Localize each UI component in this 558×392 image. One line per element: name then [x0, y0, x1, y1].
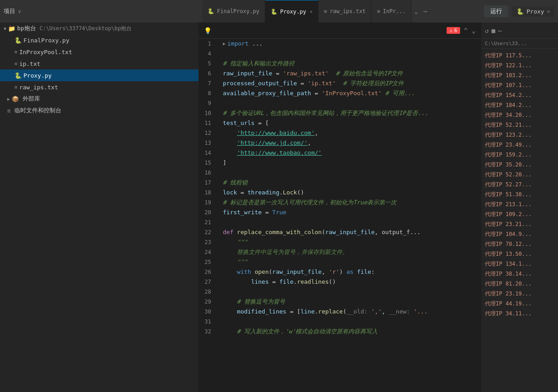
line-num: 29	[198, 297, 216, 307]
proxy-item: 代理IP 23.49...	[481, 140, 558, 150]
proxy-item: 代理IP 34.11...	[481, 309, 558, 318]
line-num: 10	[198, 108, 216, 118]
title-bar-right: 运行 🐍 Proxy ✕	[484, 5, 554, 17]
expand-down-icon[interactable]: ⌄	[471, 26, 476, 35]
code-line-29: # 替换逗号为冒号	[223, 297, 481, 307]
proxy-item: 代理IP 154.2...	[481, 90, 558, 100]
sidebar-item-ip[interactable]: ≡ ip.txt	[0, 58, 198, 69]
sidebar-external-libs[interactable]: ▶ 📦 外部库	[0, 93, 198, 105]
chevron-down-icon: ▼	[4, 26, 6, 31]
code-line-4	[223, 49, 481, 59]
line-num: 1	[198, 39, 216, 49]
code-line-27: lines = file . readlines ()	[223, 277, 481, 287]
code-line-30: modified_lines = [ line . replace ( __ol…	[223, 307, 481, 317]
file-label: ip.txt	[19, 60, 41, 67]
proxy-item: 代理IP 104.9...	[481, 229, 558, 239]
warning-icon: ⚠	[449, 28, 452, 33]
editor-toolbar: 💡 ⚠ 6 ⌃ ⌄	[198, 23, 481, 39]
temp-icon: ≡	[7, 107, 11, 114]
project-chevron[interactable]: ∨	[18, 9, 21, 14]
file-label: raw_ips.txt	[19, 84, 58, 91]
tab-label: raw_ips.txt	[330, 8, 365, 14]
proxy-icon: 🐍	[516, 8, 524, 15]
title-bar-left: 项目 ∨	[4, 7, 202, 15]
code-line-7: processed_output_file = 'ip.txt' # 字符处理后…	[223, 78, 481, 88]
line-num: 12	[198, 128, 216, 138]
line-num: 6	[198, 69, 216, 78]
project-path: C:\Users\33774\Desktop\bp炮台	[40, 25, 132, 32]
line-num: 17	[198, 178, 216, 188]
code-line-32: # 写入新的文件，'w'模式会自动清空原有内容再写入	[223, 327, 481, 337]
proxy-item: 代理IP 23.19...	[481, 289, 558, 299]
refresh-icon[interactable]: ↺	[485, 27, 489, 34]
line-num: 11	[198, 118, 216, 128]
temp-label: 临时文件和控制台	[14, 106, 61, 115]
file-label: Proxy.py	[23, 72, 52, 79]
code-line-17: # 线程锁	[223, 178, 481, 188]
py-file-icon: 🐍	[14, 72, 22, 79]
code-lines[interactable]: ▶ import ... # 指定输入和输出文件路径 raw_input_fil…	[221, 39, 481, 392]
tab-inproxy[interactable]: ≡ InPr...	[371, 0, 411, 23]
line-num: 30	[198, 307, 216, 317]
proxy-item: 代理IP 117.5...	[481, 51, 558, 60]
line-num: 28	[198, 287, 216, 297]
proxy-item: 代理IP 184.2...	[481, 100, 558, 110]
sidebar-item-finalproxy[interactable]: 🐍 FinalProxy.py	[0, 34, 198, 46]
code-line-12: 'http://www.baidu.com' ,	[223, 128, 481, 138]
expand-up-icon[interactable]: ⌃	[464, 26, 468, 35]
error-count: 6	[454, 28, 457, 33]
code-container[interactable]: 1 4 5 6 7 8 9 10 11 12 13 14 15 16 17 18…	[198, 39, 481, 392]
tab-options-button[interactable]: ⋯	[421, 0, 430, 23]
tab-py-icon: 🐍	[208, 8, 214, 14]
sidebar: ▼ 📁 bp炮台 C:\Users\33774\Desktop\bp炮台 🐍 F…	[0, 23, 198, 392]
proxy-item: 代理IP 34.20...	[481, 110, 558, 120]
proxy-item: 代理IP 109.2...	[481, 209, 558, 219]
code-line-20: first_write = True	[223, 208, 481, 217]
tab-proxy[interactable]: 🐍 Proxy.py ✕	[265, 0, 318, 23]
error-badge: ⚠ 6	[447, 27, 460, 34]
line-num: 15	[198, 158, 216, 168]
line-num: 32	[198, 327, 216, 337]
folder-icon: 📁	[8, 25, 15, 32]
code-line-18: lock = threading . Lock ()	[223, 188, 481, 198]
code-line-16	[223, 168, 481, 178]
sidebar-project-root[interactable]: ▼ 📁 bp炮台 C:\Users\33774\Desktop\bp炮台	[0, 23, 198, 34]
proxy-item: 代理IP 35.20...	[481, 160, 558, 170]
proxy-close-button[interactable]: ✕	[547, 9, 550, 14]
code-line-8: available_proxy_file_path = 'InProxyPool…	[223, 88, 481, 98]
tab-txt-icon: ≡	[324, 8, 327, 14]
sidebar-item-inproxypool[interactable]: ≡ InProxyPool.txt	[0, 46, 198, 58]
external-lib-label: 外部库	[23, 95, 40, 103]
code-line-1: ▶ import ...	[223, 39, 481, 49]
tab-label: InPr...	[383, 8, 406, 14]
proxy-item: 代理IP 213.1...	[481, 199, 558, 209]
tab-py-icon: 🐍	[271, 9, 277, 15]
line-numbers: 1 4 5 6 7 8 9 10 11 12 13 14 15 16 17 18…	[198, 39, 221, 392]
line-num: 8	[198, 88, 216, 98]
tab-finalproxy[interactable]: 🐍 FinalProxy.py	[202, 0, 265, 23]
proxy-item: 代理IP 38.14...	[481, 269, 558, 279]
tab-close-button[interactable]: ✕	[310, 9, 313, 14]
main-content: ▼ 📁 bp炮台 C:\Users\33774\Desktop\bp炮台 🐍 F…	[0, 23, 558, 392]
run-button[interactable]: 运行	[484, 5, 508, 17]
code-line-6: raw_input_file = 'raw_ips.txt' # 原始包含逗号的…	[223, 69, 481, 78]
code-line-21	[223, 217, 481, 227]
external-lib-icon: 📦	[12, 96, 19, 102]
sidebar-item-proxy[interactable]: 🐍 Proxy.py	[0, 69, 198, 81]
sidebar-temp-files[interactable]: ≡ 临时文件和控制台	[0, 105, 198, 116]
stop-icon[interactable]: ■	[491, 27, 495, 34]
proxy-tab[interactable]: 🐍 Proxy ✕	[512, 6, 554, 17]
tab-raw-ips[interactable]: ≡ raw_ips.txt	[318, 0, 372, 23]
project-label[interactable]: 项目	[4, 7, 15, 15]
line-num: 4	[198, 49, 216, 59]
line-num: 20	[198, 208, 216, 217]
code-line-5: # 指定输入和输出文件路径	[223, 59, 481, 69]
sidebar-item-raw-ips[interactable]: ≡ raw_ips.txt	[0, 81, 198, 93]
tab-label: Proxy.py	[280, 9, 306, 15]
tab-more-button[interactable]: ⌄	[411, 0, 420, 23]
tabs-area: 🐍 FinalProxy.py 🐍 Proxy.py ✕ ≡ raw_ips.t…	[202, 0, 480, 23]
proxy-item: 代理IP 44.19...	[481, 299, 558, 309]
proxy-item: 代理IP 81.20...	[481, 279, 558, 289]
more-options-icon[interactable]: ⋯	[498, 27, 502, 34]
collapse-icon[interactable]: ▶	[223, 39, 226, 49]
